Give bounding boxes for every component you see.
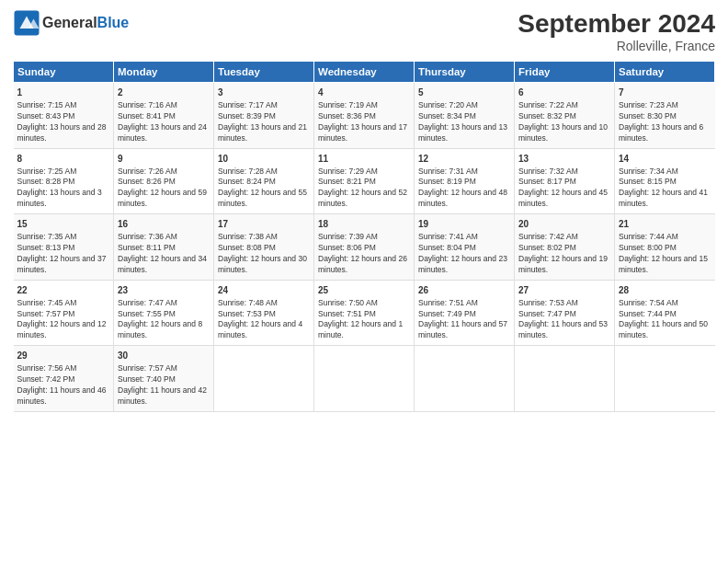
sunrise-text: Sunrise: 7:32 AM <box>518 167 578 176</box>
sunrise-text: Sunrise: 7:39 AM <box>318 232 378 241</box>
calendar-cell-2-2: 17Sunrise: 7:38 AMSunset: 8:08 PMDayligh… <box>214 214 314 281</box>
calendar-cell-0-3: 4Sunrise: 7:19 AMSunset: 8:36 PMDaylight… <box>314 83 415 149</box>
day-number: 7 <box>619 86 711 99</box>
calendar-cell-2-6: 21Sunrise: 7:44 AMSunset: 8:00 PMDayligh… <box>615 214 715 281</box>
day-number: 12 <box>418 153 510 166</box>
sunrise-text: Sunrise: 7:15 AM <box>17 100 77 109</box>
day-number: 30 <box>118 350 210 362</box>
sunset-text: Sunset: 8:24 PM <box>218 177 276 186</box>
sunrise-text: Sunrise: 7:31 AM <box>418 167 478 176</box>
calendar-cell-1-0: 8Sunrise: 7:25 AMSunset: 8:28 PMDaylight… <box>14 148 114 214</box>
calendar-row-0: 1Sunrise: 7:15 AMSunset: 8:43 PMDaylight… <box>14 83 715 149</box>
sunrise-text: Sunrise: 7:23 AM <box>619 100 678 109</box>
calendar-row-2: 15Sunrise: 7:35 AMSunset: 8:13 PMDayligh… <box>14 214 715 281</box>
sunrise-text: Sunrise: 7:57 AM <box>118 363 177 373</box>
day-number: 29 <box>17 350 110 362</box>
sunset-text: Sunset: 8:21 PM <box>318 177 376 186</box>
calendar-cell-4-0: 29Sunrise: 7:56 AMSunset: 7:42 PMDayligh… <box>14 346 114 412</box>
daylight-text: Daylight: 13 hours and 28 minutes. <box>17 122 107 143</box>
day-number: 24 <box>218 284 310 297</box>
daylight-text: Daylight: 12 hours and 34 minutes. <box>118 254 207 274</box>
calendar-cell-3-4: 26Sunrise: 7:51 AMSunset: 7:49 PMDayligh… <box>415 280 515 346</box>
sunrise-text: Sunrise: 7:47 AM <box>118 298 177 307</box>
sunrise-text: Sunrise: 7:35 AM <box>17 232 77 241</box>
sunset-text: Sunset: 7:53 PM <box>218 309 276 318</box>
page: GeneralBlue September 2024 Rolleville, F… <box>0 0 728 563</box>
calendar-cell-4-1: 30Sunrise: 7:57 AMSunset: 7:40 PMDayligh… <box>114 346 214 412</box>
sunrise-text: Sunrise: 7:51 AM <box>418 298 478 307</box>
sunset-text: Sunset: 8:13 PM <box>17 243 75 252</box>
calendar-cell-3-1: 23Sunrise: 7:47 AMSunset: 7:55 PMDayligh… <box>114 280 214 346</box>
sunset-text: Sunset: 8:04 PM <box>418 243 476 252</box>
sunset-text: Sunset: 8:34 PM <box>418 111 476 121</box>
daylight-text: Daylight: 12 hours and 55 minutes. <box>218 188 307 208</box>
day-number: 19 <box>418 218 510 231</box>
daylight-text: Daylight: 12 hours and 4 minutes. <box>218 319 302 339</box>
sunrise-text: Sunrise: 7:36 AM <box>118 232 177 241</box>
daylight-text: Daylight: 12 hours and 37 minutes. <box>17 254 107 274</box>
sunrise-text: Sunrise: 7:25 AM <box>17 167 77 176</box>
day-number: 6 <box>518 86 610 99</box>
day-number: 21 <box>619 218 711 231</box>
header-cell-thursday: Thursday <box>415 62 515 83</box>
sunset-text: Sunset: 8:19 PM <box>418 177 476 186</box>
sunrise-text: Sunrise: 7:20 AM <box>418 100 478 109</box>
day-number: 2 <box>118 86 210 99</box>
day-number: 18 <box>318 218 410 231</box>
calendar-header-row: SundayMondayTuesdayWednesdayThursdayFrid… <box>14 62 715 83</box>
calendar-cell-0-5: 6Sunrise: 7:22 AMSunset: 8:32 PMDaylight… <box>515 83 615 149</box>
logo-icon <box>13 9 40 37</box>
sunrise-text: Sunrise: 7:56 AM <box>17 363 77 373</box>
calendar-cell-3-3: 25Sunrise: 7:50 AMSunset: 7:51 PMDayligh… <box>314 280 415 346</box>
daylight-text: Daylight: 13 hours and 17 minutes. <box>318 122 407 143</box>
day-number: 22 <box>17 284 110 297</box>
daylight-text: Daylight: 12 hours and 26 minutes. <box>318 254 407 274</box>
sunrise-text: Sunrise: 7:17 AM <box>218 100 278 109</box>
daylight-text: Daylight: 12 hours and 1 minute. <box>318 319 403 339</box>
day-number: 8 <box>17 153 110 166</box>
calendar-cell-2-0: 15Sunrise: 7:35 AMSunset: 8:13 PMDayligh… <box>14 214 114 281</box>
sunset-text: Sunset: 8:26 PM <box>118 177 176 186</box>
calendar-cell-4-4 <box>415 346 515 412</box>
calendar-body: 1Sunrise: 7:15 AMSunset: 8:43 PMDaylight… <box>14 83 715 412</box>
daylight-text: Daylight: 13 hours and 24 minutes. <box>118 122 207 143</box>
day-number: 23 <box>118 284 210 297</box>
calendar-subtitle: Rolleville, France <box>518 39 715 53</box>
daylight-text: Daylight: 12 hours and 48 minutes. <box>418 188 507 208</box>
daylight-text: Daylight: 11 hours and 50 minutes. <box>619 319 708 339</box>
sunset-text: Sunset: 7:55 PM <box>118 309 176 318</box>
daylight-text: Daylight: 13 hours and 21 minutes. <box>218 122 307 143</box>
sunset-text: Sunset: 8:00 PM <box>619 243 677 252</box>
sunset-text: Sunset: 7:57 PM <box>17 309 75 318</box>
sunset-text: Sunset: 8:02 PM <box>518 243 576 252</box>
sunset-text: Sunset: 7:47 PM <box>518 309 576 318</box>
sunset-text: Sunset: 8:15 PM <box>619 177 677 186</box>
calendar-cell-1-4: 12Sunrise: 7:31 AMSunset: 8:19 PMDayligh… <box>415 148 515 214</box>
sunrise-text: Sunrise: 7:45 AM <box>17 298 77 307</box>
calendar-row-4: 29Sunrise: 7:56 AMSunset: 7:42 PMDayligh… <box>14 346 715 412</box>
daylight-text: Daylight: 11 hours and 46 minutes. <box>17 385 107 406</box>
header-cell-sunday: Sunday <box>14 62 114 83</box>
sunset-text: Sunset: 8:08 PM <box>218 243 276 252</box>
sunrise-text: Sunrise: 7:42 AM <box>518 232 578 241</box>
calendar-cell-3-5: 27Sunrise: 7:53 AMSunset: 7:47 PMDayligh… <box>515 280 615 346</box>
day-number: 11 <box>318 153 410 166</box>
daylight-text: Daylight: 12 hours and 8 minutes. <box>118 319 202 339</box>
day-number: 10 <box>218 153 310 166</box>
calendar-cell-2-1: 16Sunrise: 7:36 AMSunset: 8:11 PMDayligh… <box>114 214 214 281</box>
sunset-text: Sunset: 8:32 PM <box>518 111 576 121</box>
sunset-text: Sunset: 7:44 PM <box>619 309 677 318</box>
day-number: 4 <box>318 86 410 99</box>
calendar-cell-4-3 <box>314 346 415 412</box>
sunset-text: Sunset: 7:49 PM <box>418 309 476 318</box>
sunset-text: Sunset: 7:51 PM <box>318 309 376 318</box>
calendar-cell-0-2: 3Sunrise: 7:17 AMSunset: 8:39 PMDaylight… <box>214 83 314 149</box>
title-block: September 2024 Rolleville, France <box>518 9 715 53</box>
calendar-cell-0-4: 5Sunrise: 7:20 AMSunset: 8:34 PMDaylight… <box>415 83 515 149</box>
day-number: 3 <box>218 86 310 99</box>
calendar-row-1: 8Sunrise: 7:25 AMSunset: 8:28 PMDaylight… <box>14 148 715 214</box>
calendar-cell-1-3: 11Sunrise: 7:29 AMSunset: 8:21 PMDayligh… <box>314 148 415 214</box>
daylight-text: Daylight: 12 hours and 19 minutes. <box>518 254 608 274</box>
daylight-text: Daylight: 11 hours and 57 minutes. <box>418 319 507 339</box>
sunset-text: Sunset: 8:11 PM <box>118 243 176 252</box>
